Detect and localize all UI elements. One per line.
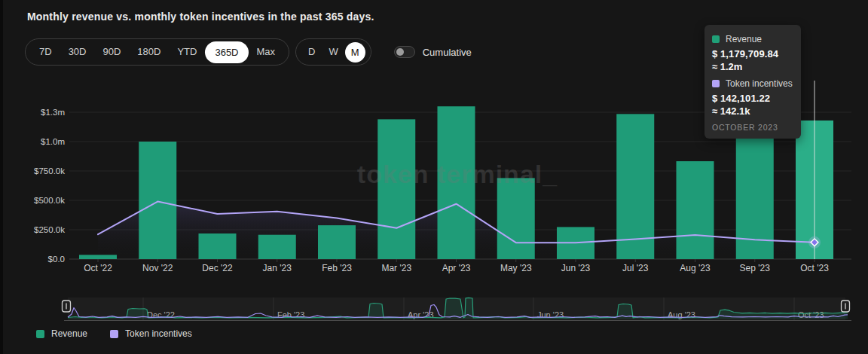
revenue-bar-feb23[interactable]	[318, 225, 356, 259]
tooltip-series-name: Token incentives	[726, 78, 793, 89]
tooltip-swatch-icon	[712, 35, 720, 43]
tooltip-series-approx: ≈ 1.2m	[712, 61, 793, 72]
x-tick-label: Jan '23	[263, 263, 292, 273]
revenue-bar-mar23[interactable]	[377, 119, 415, 259]
y-tick-label: $0.0	[48, 255, 65, 264]
revenue-bar-may23[interactable]	[497, 178, 535, 259]
x-tick-label: May '23	[500, 263, 532, 273]
y-tick-label: $500.0k	[34, 196, 65, 205]
hover-tooltip: Revenue$ 1,179,709.84≈ 1.2mToken incenti…	[704, 25, 801, 139]
x-tick-label: Dec '22	[202, 263, 233, 273]
legend-item-token-incentives[interactable]: Token incentives	[110, 328, 192, 339]
tooltip-period: OCTOBER 2023	[712, 123, 793, 132]
x-tick-label: Mar '23	[381, 263, 411, 273]
x-tick-label: Sep '23	[740, 263, 771, 273]
x-tick-label: Aug '23	[680, 263, 711, 273]
tooltip-series-approx: ≈ 142.1k	[712, 105, 793, 117]
watermark-text: token terminal_	[357, 160, 558, 188]
x-tick-label: Feb '23	[322, 263, 352, 273]
revenue-bar-dec22[interactable]	[199, 233, 237, 259]
revenue-bar-nov22[interactable]	[139, 142, 176, 259]
revenue-bar-aug23[interactable]	[677, 161, 714, 259]
tooltip-series-row: Token incentives	[712, 78, 793, 89]
x-tick-label: Apr '23	[442, 263, 471, 273]
x-tick-label: Nov '22	[142, 263, 173, 273]
y-tick-label: $1.3m	[41, 108, 65, 117]
legend-swatch-icon	[110, 330, 118, 338]
legend-item-revenue[interactable]: Revenue	[36, 328, 87, 339]
tooltip-series-row: Revenue	[712, 34, 793, 44]
chart-legend: RevenueToken incentives	[36, 328, 215, 339]
x-tick-label: Oct '23	[800, 263, 829, 273]
chart-panel: Monthly revenue vs. monthly token incent…	[0, 0, 868, 354]
y-tick-label: $1.0m	[41, 137, 65, 146]
brush-handle-left[interactable]	[63, 301, 71, 312]
legend-label: Token incentives	[125, 328, 192, 339]
tooltip-series-value: $ 142,101.22	[712, 93, 793, 104]
x-tick-label: Oct '22	[84, 263, 112, 273]
y-tick-label: $250.0k	[34, 225, 65, 234]
tooltip-series-value: $ 1,179,709.84	[712, 48, 793, 60]
revenue-bar-jan23[interactable]	[258, 235, 296, 259]
tooltip-swatch-icon	[712, 80, 720, 87]
y-tick-label: $750.0k	[34, 166, 65, 175]
revenue-bar-oct22[interactable]	[79, 255, 117, 259]
legend-swatch-icon	[36, 330, 44, 338]
tooltip-series-name: Revenue	[726, 34, 762, 44]
revenue-bar-jul23[interactable]	[616, 114, 654, 259]
brush-handle-right[interactable]	[842, 301, 850, 312]
legend-label: Revenue	[51, 328, 87, 339]
x-tick-label: Jun '23	[561, 263, 591, 273]
x-tick-label: Jul '23	[622, 263, 649, 273]
